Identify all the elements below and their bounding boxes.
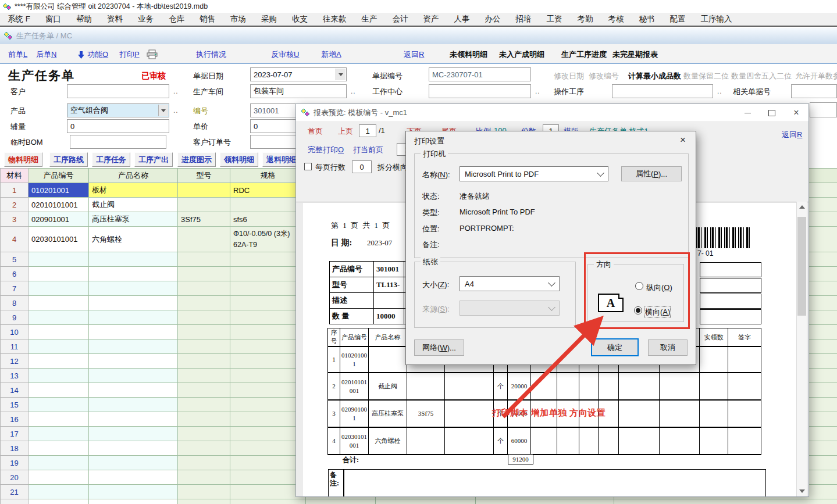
tab-process-output[interactable]: 工序产出 [134,152,173,167]
report-unissued-materials[interactable]: 未领料明细 [450,49,487,60]
scroll-up-icon[interactable] [799,205,805,209]
code-label: 编号 [193,106,208,116]
printer-name-combo[interactable]: Microsoft Print to PDF [460,166,608,181]
total-label: 合计: [343,455,359,465]
cancel-button[interactable]: 取消 [648,339,688,356]
comment-label: 备注: [422,240,440,250]
report-unfinished-week[interactable]: 未完星期报表 [612,49,658,60]
right-edge-field[interactable] [810,102,837,117]
menu-item[interactable]: 收支 [284,14,315,24]
menu-item[interactable]: 秘书 [632,14,663,24]
unaudit-button[interactable]: 反审核U [271,49,299,60]
related-doc-field[interactable] [791,84,837,98]
menu-item[interactable]: 市场 [223,14,254,24]
location-label: 位置: [422,224,440,234]
menu-item[interactable]: 生产 [354,14,385,24]
menu-item[interactable]: 招培 [508,14,539,24]
product-ellipsis-icon[interactable]: .. [173,106,179,115]
menu-item[interactable]: 会计 [385,14,416,24]
doc-date-label: 日 期: [331,238,352,248]
date-dropdown-icon[interactable] [336,69,346,80]
menu-item[interactable]: 考勤 [570,14,601,24]
product-dropdown-icon[interactable] [158,105,168,116]
temp-bom-field[interactable] [70,135,166,149]
workshop-field[interactable]: 包装车间 [250,84,347,98]
report-process-progress[interactable]: 生产工序进度 [561,49,607,60]
tab-process-route[interactable]: 工序路线 [49,152,88,167]
menu-item[interactable]: 帮助 [69,14,99,24]
docno-field[interactable]: MC-230707-01 [429,67,531,81]
menu-item[interactable]: 工资 [539,14,570,24]
menu-item[interactable]: 人事 [447,14,478,24]
print-current-page-button[interactable]: 打当前页 [353,145,383,155]
product-label: 产品 [10,106,26,116]
network-button[interactable]: 网络(W)... [414,339,464,356]
function-button[interactable]: 功能O [87,49,108,60]
execution-status-button[interactable]: 执行情况 [196,49,226,60]
add-new-button[interactable]: 新增A [321,49,341,60]
next-doc-button[interactable]: 后单N [36,49,56,60]
preview-scrollbar[interactable] [796,202,807,496]
prev-doc-button[interactable]: 前单L [8,49,27,60]
printer-name-label: 名称(N): [422,170,450,180]
col-header-model[interactable]: 型号 [178,169,230,183]
rows-per-page-input[interactable]: 0 [352,160,372,173]
properties-button[interactable]: 属性(P)... [621,166,682,181]
printer-icon[interactable] [147,49,158,59]
report-unfinished-products[interactable]: 未入产成明细 [499,49,544,60]
tab-material-detail[interactable]: 物料明细 [4,152,42,167]
flag-calc-min[interactable]: 计算最小成品数 [628,71,681,81]
page-title: 生产任务单 [8,67,75,84]
selected-cell[interactable]: 010201001 [29,183,89,198]
close-icon[interactable]: × [784,105,808,121]
menu-item[interactable]: 窗口 [38,14,69,24]
menu-item[interactable]: 办公 [478,14,508,24]
menu-item[interactable]: 配置 [663,14,693,24]
preview-return-button[interactable]: 返回R [782,130,802,140]
print-button[interactable]: 打印P [119,49,140,60]
paper-size-combo[interactable]: A4 [460,276,560,291]
doc-field-box [700,278,761,293]
dialog-close-icon[interactable]: × [670,131,696,148]
scrollbar-thumb[interactable] [797,217,806,316]
customer-field[interactable] [67,84,169,98]
menu-item[interactable]: 系统 F [0,14,38,24]
tab-progress-chart[interactable]: 进度图示 [177,152,216,167]
first-page-button[interactable]: 首页 [308,126,323,137]
col-header-material[interactable]: 材料 [1,169,29,183]
customer-ellipsis-icon[interactable]: .. [173,87,179,95]
maximize-icon[interactable] [760,105,784,121]
workcenter-field[interactable] [429,84,531,98]
menu-item[interactable]: 采购 [254,14,284,24]
return-button[interactable]: 返回R [404,49,424,60]
barcode [696,227,750,248]
page-number-input[interactable]: 1 [359,124,376,137]
menu-item[interactable]: 销售 [192,14,223,24]
doc-field-box [700,294,761,309]
scroll-down-icon[interactable] [799,489,805,493]
minimize-icon[interactable] [735,105,760,121]
material-row-empty[interactable]: 22 [1,499,837,504]
col-header-code[interactable]: 产品编号 [29,169,89,183]
prev-page-button[interactable]: 上页 [338,126,353,137]
aux-qty-field[interactable]: 0 [67,119,169,133]
menu-item[interactable]: 资料 [99,14,130,24]
workcenter-ellipsis-icon[interactable]: .. [535,87,540,95]
workshop-ellipsis-icon[interactable]: .. [351,87,356,95]
full-print-button[interactable]: 完整打印O [308,145,344,155]
menu-item[interactable]: 业务 [130,14,161,24]
date-field[interactable]: 2023-07-07 [250,67,347,81]
tab-process-task[interactable]: 工序任务 [92,152,130,167]
col-header-name[interactable]: 产品名称 [89,169,178,183]
menu-item[interactable]: 工序输入 [693,14,740,24]
operation-ellipsis-icon[interactable]: .. [717,87,722,95]
menu-item[interactable]: 资产 [416,14,447,24]
tab-picking-detail[interactable]: 领料明细 [220,152,258,167]
menu-item[interactable]: 考核 [601,14,632,24]
col-header-spec[interactable]: 规格 [230,169,306,183]
rows-per-page-checkbox[interactable] [304,163,312,170]
operation-field[interactable] [612,84,713,98]
product-combo[interactable]: 空气组合阀 [67,103,169,117]
menu-item[interactable]: 仓库 [161,14,192,24]
menu-item[interactable]: 往来款 [315,14,354,24]
